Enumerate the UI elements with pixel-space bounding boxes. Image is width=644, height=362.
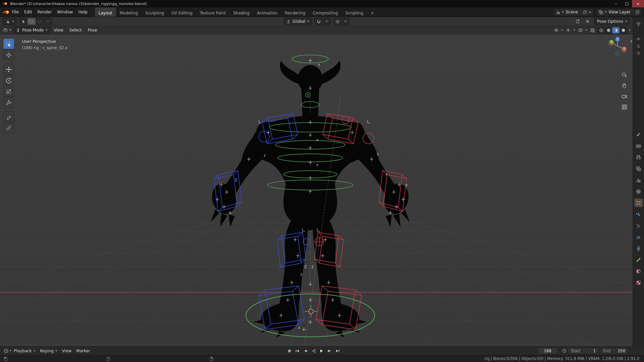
menu-keying[interactable]: Keying: [38, 348, 60, 354]
frame-start-field[interactable]: Start1: [568, 348, 598, 354]
scene-selector[interactable]: Scene ×: [554, 9, 593, 16]
mirror-x-icon[interactable]: [584, 18, 591, 25]
menu-select[interactable]: Select: [67, 27, 85, 34]
ortho-grid-icon[interactable]: [622, 104, 627, 110]
tab-tool[interactable]: [634, 130, 643, 139]
tool-rotate[interactable]: [3, 75, 14, 85]
frame-end-field[interactable]: End250: [600, 348, 628, 354]
unlink-scene-icon[interactable]: ×: [588, 10, 591, 14]
shading-rendered-button[interactable]: [620, 27, 627, 34]
next-keyframe-button[interactable]: [326, 348, 333, 354]
shading-material-button[interactable]: [612, 27, 620, 34]
tab-sculpting[interactable]: Sculpting: [142, 7, 168, 17]
play-reverse-button[interactable]: [310, 348, 317, 354]
tab-texture-paint[interactable]: Texture Paint: [196, 7, 229, 17]
menu-pose[interactable]: Pose: [85, 27, 100, 34]
copy-icon[interactable]: [636, 10, 639, 14]
tab-scripting[interactable]: Scripting: [342, 7, 367, 17]
tab-physics[interactable]: [634, 233, 643, 241]
shading-solid-button[interactable]: [605, 27, 612, 34]
tool-select-box[interactable]: [3, 39, 14, 49]
tab-rendering[interactable]: Rendering: [281, 7, 309, 17]
jump-end-button[interactable]: [334, 348, 341, 354]
proportional-edit-button[interactable]: [333, 18, 341, 25]
editor-type-button[interactable]: [2, 27, 9, 34]
tab-animation[interactable]: Animation: [253, 7, 281, 17]
xray-toggle-button[interactable]: [589, 27, 596, 34]
pose-options-dropdown[interactable]: Pose Options: [594, 18, 630, 25]
tab-world[interactable]: [634, 187, 643, 196]
proportional-falloff-button[interactable]: [341, 18, 350, 25]
active-tool-button[interactable]: [3, 18, 17, 25]
tool-scale[interactable]: [3, 86, 14, 97]
select-tweak-button[interactable]: [19, 18, 28, 25]
menu-view[interactable]: View: [51, 27, 66, 34]
tab-particles[interactable]: [634, 221, 643, 230]
gizmo-y-negative[interactable]: [622, 48, 626, 52]
tab-output[interactable]: [634, 153, 643, 162]
shading-wireframe-button[interactable]: [597, 27, 605, 34]
tab-texture[interactable]: [634, 278, 643, 287]
add-workspace-button[interactable]: +: [367, 7, 378, 17]
menu-edit[interactable]: Edit: [21, 8, 35, 16]
object-visibility-button[interactable]: [553, 27, 559, 34]
gizmos-toggle-button[interactable]: [565, 27, 572, 34]
copy-icon[interactable]: [583, 10, 587, 14]
mode-dropdown[interactable]: Pose Mode: [13, 27, 50, 34]
properties-filter-icon[interactable]: [634, 20, 643, 28]
tab-modeling[interactable]: Modeling: [116, 7, 142, 17]
tool-move[interactable]: [3, 64, 14, 74]
select-circle-button[interactable]: [36, 18, 44, 25]
tab-scene[interactable]: [634, 176, 643, 184]
blender-menu-logo-icon[interactable]: [3, 10, 9, 14]
tab-uv-editing[interactable]: UV Editing: [168, 7, 196, 17]
menu-timeline-view[interactable]: View: [60, 348, 74, 354]
current-frame-field[interactable]: 188: [538, 348, 557, 354]
overlays-toggle-button[interactable]: [577, 27, 584, 34]
select-lasso-button[interactable]: [44, 18, 52, 25]
menu-window[interactable]: Window: [54, 8, 75, 16]
pan-hand-icon[interactable]: [622, 83, 627, 88]
strip-camera-icon[interactable]: [634, 49, 643, 57]
tab-object[interactable]: [634, 198, 643, 207]
tab-material[interactable]: [634, 267, 643, 276]
gizmo-x-negative[interactable]: [609, 42, 613, 46]
tab-shading[interactable]: Shading: [229, 7, 253, 17]
camera-view-icon[interactable]: [622, 94, 627, 99]
gizmo-z-negative[interactable]: [615, 51, 620, 55]
tab-modifiers[interactable]: [634, 210, 643, 219]
tool-annotate[interactable]: [3, 112, 14, 122]
tool-transform[interactable]: [3, 97, 14, 108]
navigation-gizmo[interactable]: Z X Y: [607, 36, 628, 57]
menu-marker[interactable]: Marker: [74, 348, 92, 354]
menu-file[interactable]: File: [9, 8, 21, 16]
pivot-point-icon[interactable]: [574, 18, 581, 25]
tab-object-data[interactable]: [634, 255, 643, 264]
transform-orientation-dropdown[interactable]: Global: [284, 18, 312, 25]
tool-cursor[interactable]: [3, 50, 14, 60]
maximize-button[interactable]: [621, 0, 632, 7]
view-layer-selector[interactable]: View Layer: [597, 9, 641, 16]
tab-render[interactable]: [634, 141, 643, 150]
snap-magnet-button[interactable]: [315, 18, 323, 25]
menu-playback[interactable]: Playback: [11, 348, 38, 354]
prev-keyframe-button[interactable]: [302, 348, 309, 354]
select-box-button[interactable]: [28, 18, 36, 25]
record-button[interactable]: [286, 348, 293, 354]
menu-help[interactable]: Help: [75, 8, 90, 16]
jump-start-button[interactable]: [294, 348, 301, 354]
sidebar-expand-arrow[interactable]: [630, 40, 632, 43]
menu-render[interactable]: Render: [35, 8, 54, 16]
minimize-button[interactable]: ─: [610, 0, 621, 7]
snap-options-button[interactable]: [323, 18, 331, 25]
tab-layout[interactable]: Layout: [95, 7, 116, 17]
close-button[interactable]: ×: [632, 0, 644, 7]
tab-compositing[interactable]: Compositing: [309, 7, 341, 17]
tool-measure[interactable]: [3, 123, 14, 133]
timeline-editor-icon[interactable]: [3, 348, 9, 354]
zoom-icon[interactable]: [622, 72, 627, 78]
tab-constraints[interactable]: [634, 244, 643, 253]
viewport-3d[interactable]: x x x Z Y z Z Z z x z y: [0, 35, 633, 346]
play-button[interactable]: [318, 348, 325, 354]
tab-view-layer[interactable]: [634, 164, 643, 173]
